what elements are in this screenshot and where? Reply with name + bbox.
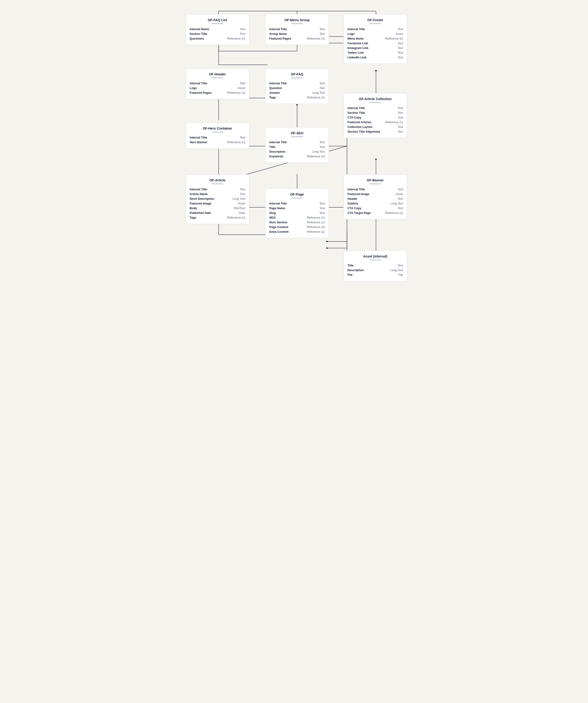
field-name: Extra Content bbox=[269, 230, 288, 233]
table-row: Page Content Reference (n) bbox=[269, 225, 325, 229]
table-row: Title Text bbox=[269, 145, 325, 149]
field-name: Body bbox=[190, 207, 197, 210]
table-row: Keywords Reference (n) bbox=[269, 154, 325, 159]
field-name: Internal Title bbox=[269, 141, 287, 144]
field-name: Title bbox=[347, 264, 353, 267]
table-row: Internal Title Text bbox=[190, 135, 245, 140]
field-type: Reference (1) bbox=[307, 216, 325, 219]
table-row: Internal Title Text bbox=[347, 27, 403, 31]
card-hero-container: OF-Hero Container Internal Title Text He… bbox=[186, 123, 249, 149]
card-page: OF-Page Internal Title Text Page Name Te… bbox=[265, 188, 329, 238]
field-type: Text bbox=[320, 141, 325, 144]
card-divider bbox=[369, 260, 381, 260]
table-row: Tags Reference (n) bbox=[269, 95, 325, 100]
field-name: Answer bbox=[269, 91, 280, 94]
field-name: CTA Target Page bbox=[347, 211, 370, 215]
field-name: Hero Section bbox=[269, 221, 287, 224]
field-type: Text bbox=[398, 106, 403, 110]
field-type: Text bbox=[398, 56, 403, 59]
field-type: Text bbox=[320, 27, 325, 31]
table-row: Published Date Date bbox=[190, 211, 245, 215]
card-divider bbox=[291, 78, 303, 78]
field-type: Reference (n) bbox=[307, 37, 325, 40]
field-type: RichText bbox=[234, 207, 245, 210]
field-name: LinkedIn Link bbox=[347, 56, 366, 59]
table-row: File File bbox=[347, 272, 403, 277]
card-menu-group: OF-Menu Group Internal Title Text Group … bbox=[265, 14, 329, 45]
svg-point-16 bbox=[297, 104, 298, 105]
table-row: Group Name Text bbox=[269, 31, 325, 36]
field-type: Reference (1) bbox=[307, 221, 325, 224]
field-name: File bbox=[347, 273, 353, 277]
table-row: Featured Pages Reference (n) bbox=[190, 90, 245, 95]
field-name: Internal Title bbox=[190, 82, 207, 85]
card-banner: OF-Banner Internal Title Text Featured I… bbox=[343, 174, 407, 219]
field-type: Reference (n) bbox=[307, 155, 325, 158]
field-type: Reference (n) bbox=[227, 141, 245, 144]
field-name: Short Description bbox=[190, 197, 215, 201]
card-menu-group-title: OF-Menu Group bbox=[269, 18, 325, 22]
field-name: Featured Image bbox=[347, 192, 369, 196]
field-type: Text bbox=[398, 111, 403, 114]
table-row: Twitter Link Text bbox=[347, 51, 403, 55]
field-type: Text bbox=[320, 202, 325, 205]
field-name: Featured Articles bbox=[347, 121, 371, 124]
field-type: Text bbox=[398, 125, 403, 129]
card-footer-title: OF-Footer bbox=[347, 18, 403, 22]
table-row: SEO Reference (1) bbox=[269, 215, 325, 220]
svg-point-18 bbox=[375, 70, 377, 71]
table-row: Internal Title Text bbox=[269, 27, 325, 31]
field-name: Instagram Link bbox=[347, 47, 368, 50]
card-divider bbox=[212, 78, 223, 78]
field-type: Long Text bbox=[233, 197, 245, 201]
table-row: Body RichText bbox=[190, 206, 245, 211]
card-divider bbox=[369, 23, 381, 24]
table-row: Collection Layout Text bbox=[347, 125, 403, 129]
field-type: Text bbox=[398, 116, 403, 119]
field-name: Featured Pages bbox=[190, 91, 212, 94]
field-type: Text bbox=[240, 192, 245, 196]
field-name: Title bbox=[269, 145, 275, 149]
field-name: Hero Banner bbox=[190, 141, 207, 144]
table-row: CTA Target Page Reference (1) bbox=[347, 211, 403, 215]
field-name: Description bbox=[269, 150, 285, 153]
field-name: Internal Title bbox=[269, 202, 287, 205]
field-type: Long Text bbox=[390, 268, 403, 272]
card-article-collection: OF-Article Collection Internal Title Tex… bbox=[343, 93, 407, 138]
card-faq-list: OF-FAQ List Internal Name Text Section T… bbox=[186, 14, 249, 45]
table-row: Internal Title Text bbox=[269, 81, 325, 86]
card-header-title: OF-Header bbox=[190, 72, 245, 76]
card-faq: OF-FAQ Internal Title Text Question Text… bbox=[265, 68, 329, 104]
field-name: Internal Title bbox=[347, 188, 365, 191]
field-name: CTA Copy bbox=[347, 116, 361, 119]
card-asset-title: Asset (internal) bbox=[347, 254, 403, 258]
table-row: Logo Asset bbox=[190, 86, 245, 90]
table-row: Answer Long Text bbox=[269, 90, 325, 95]
table-row: Internal Name Text bbox=[190, 27, 245, 31]
field-type: Text bbox=[320, 32, 325, 35]
table-row: Tags Reference (n) bbox=[190, 215, 245, 220]
table-row: Internal Title Text bbox=[269, 201, 325, 206]
field-name: Internal Title bbox=[190, 188, 207, 191]
field-type: Long Text bbox=[312, 91, 325, 94]
card-article-title: OF-Article bbox=[190, 178, 245, 182]
field-name: Internal Title bbox=[269, 27, 287, 31]
table-row: Questions Reference (n) bbox=[190, 36, 245, 41]
table-row: Facebook Link Text bbox=[347, 41, 403, 46]
table-row: Instagram Link Text bbox=[347, 46, 403, 51]
card-page-title: OF-Page bbox=[269, 192, 325, 196]
field-type: Date bbox=[239, 211, 245, 215]
field-type: Asset bbox=[396, 192, 403, 196]
table-row: Featured Pages Reference (n) bbox=[269, 36, 325, 41]
card-divider bbox=[369, 183, 381, 184]
field-type: Text bbox=[398, 188, 403, 191]
field-name: Internal Title bbox=[347, 106, 365, 110]
table-row: CTA Copy Text bbox=[347, 115, 403, 120]
table-row: Short Description Long Text bbox=[190, 197, 245, 201]
field-type: Text bbox=[398, 27, 403, 31]
table-row: Extra Content Reference (1) bbox=[269, 229, 325, 234]
field-name: Published Date bbox=[190, 211, 211, 215]
table-row: Internal Title Text bbox=[347, 106, 403, 110]
field-type: Text bbox=[320, 145, 325, 149]
field-name: Facebook Link bbox=[347, 42, 368, 45]
